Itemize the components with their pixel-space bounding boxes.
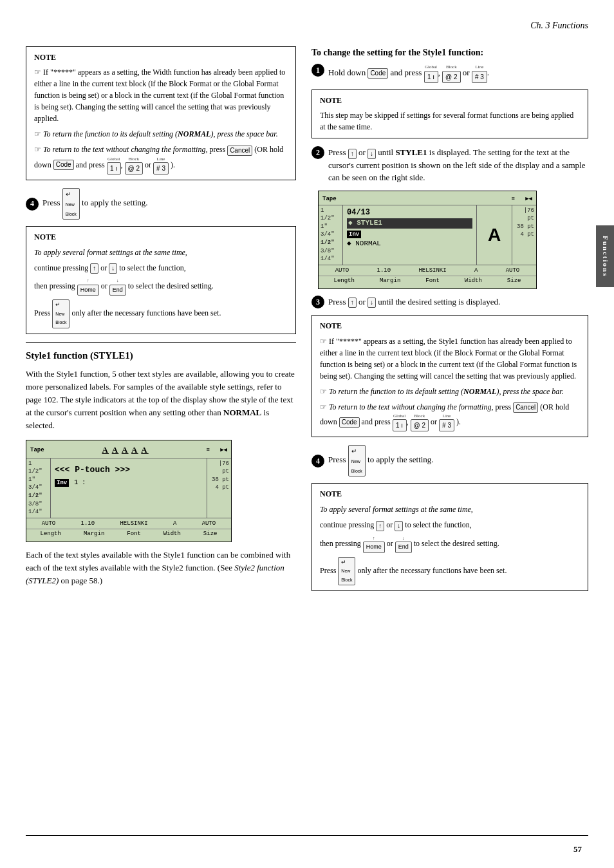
- lcd2-big-char-area: A: [476, 205, 512, 265]
- side-tab-text: Functions: [602, 236, 609, 277]
- right-step3-content: Press ↑ or ↓ until the desired setting i…: [328, 296, 588, 308]
- lcd1-inv-row: Inv 1 :: [55, 478, 203, 487]
- right-note1-content: This step may be skipped if settings for…: [320, 109, 580, 133]
- bottom-line: [26, 835, 588, 836]
- code-key-r1: Code: [367, 68, 388, 79]
- right-column: To change the setting for the Style1 fun…: [312, 46, 588, 599]
- lcd1-size: AUTO: [202, 520, 216, 528]
- note2-p2: continue pressing ↑ or ↓ to select the f…: [34, 262, 288, 274]
- tape-size-5: 3/8": [28, 500, 48, 509]
- col2-font: Font: [425, 277, 440, 285]
- col-font: Font: [127, 530, 141, 538]
- side-tab: Functions: [596, 225, 614, 287]
- tape2-size-6: 1/4": [321, 255, 340, 263]
- left-divider: [26, 342, 296, 343]
- cassette-icon1: ☞: [34, 68, 41, 77]
- dn-key-n3a: ↓: [395, 521, 403, 531]
- right-step1-num: 1: [312, 64, 324, 77]
- r-cassette-icon2: ☞: [320, 387, 327, 396]
- lcd-display1: Tape A A A A A ≡ ▶◀ 1 1/2" 1" 3/4" 1/2" …: [26, 440, 232, 542]
- end-key-r: ↓End: [395, 535, 412, 553]
- col2-length: Length: [333, 277, 354, 285]
- lcd2-date: 04/13: [347, 207, 472, 218]
- rn3-p3: then pressing ↑Home or ↓End to select th…: [320, 535, 580, 553]
- up-key-s2: ↑: [348, 149, 357, 159]
- lcd2-topbar: Tape ≡ ▶◀: [319, 194, 536, 205]
- cancel-key: Cancel: [227, 146, 252, 156]
- lcd2-rows: 1 1/2" 1" 3/4" 1/2" 3/8" 1/4" 04/13 ◆ ST…: [319, 205, 536, 265]
- size-76: |76 pt: [209, 460, 229, 476]
- style1-title-text: Style1 function (STYLE1): [26, 350, 133, 361]
- right-step4-row: 4 Press ↵NewBlock to apply the setting.: [312, 445, 588, 476]
- lcd1-length: AUTO: [42, 520, 56, 528]
- right-note2-b3: ☞ To return to the text without changing…: [320, 401, 580, 432]
- lcd1-style-chars: A A A A A: [102, 444, 148, 456]
- lcd1-inv-label: Inv: [55, 479, 69, 487]
- note1-bullet2: ☞ To return the function to its default …: [34, 128, 288, 140]
- lcd2-big-A: A: [488, 226, 501, 244]
- right-step1-content: Hold down Code and press Global1 ı, Bloc…: [328, 64, 588, 83]
- key2-stack: Block@ 2: [125, 156, 144, 175]
- size-4: 4 pt: [209, 484, 229, 492]
- tape2-size-5: 3/8": [321, 247, 340, 256]
- lcd1-font: HELSINKI: [120, 520, 147, 528]
- chapter-header: Ch. 3 Functions: [26, 19, 588, 35]
- left-note1-content: ☞ If "*****" appears as a setting, the W…: [34, 66, 288, 175]
- left-note1: NOTE ☞ If "*****" appears as a setting, …: [26, 46, 296, 181]
- lcd1-col-labels: Length Margin Font Width Size: [26, 529, 231, 539]
- page-number-text: 57: [573, 844, 582, 854]
- tape2-size-1: 1 1/2": [321, 207, 340, 223]
- size-38: 38 pt: [209, 476, 229, 484]
- rn3-p2: continue pressing ↑ or ↓ to select the f…: [320, 519, 580, 531]
- right-step4-num: 4: [312, 455, 324, 467]
- lcd1-right-icon: ≡ ▶◀: [207, 446, 227, 455]
- right-note2: NOTE ☞ If "*****" appears as a setting, …: [312, 315, 588, 438]
- lcd1-bottombar: AUTO 1.10 HELSINKI A AUTO: [26, 518, 231, 529]
- tape-size-2: 1": [28, 476, 48, 484]
- right-step2-content: Press ↑ or ↓ until STYLE1 is displayed. …: [328, 146, 588, 184]
- enter-key-n3r: ↵NewBlock: [338, 557, 355, 586]
- cassette-icon2: ☞: [34, 129, 41, 138]
- enter-key-n2: ↵NewBlock: [52, 299, 70, 328]
- right-step2-num: 2: [312, 146, 324, 159]
- cancel-key-r: Cancel: [513, 402, 538, 413]
- page-number: 57: [573, 844, 582, 855]
- dn-key-s3: ↓: [367, 297, 376, 308]
- col2-margin: Margin: [380, 277, 400, 285]
- lcd1-row2: 1 :: [74, 479, 86, 486]
- lcd1-main: <<< P-touch >>> Inv 1 :: [51, 458, 207, 518]
- left-note2: NOTE To apply several format settings at…: [26, 226, 296, 334]
- tape2-size-2: 1": [321, 223, 340, 231]
- left-note2-title: NOTE: [34, 232, 288, 243]
- dn-key-s2: ↓: [367, 149, 376, 159]
- style1-intro: With the Style1 function, 5 other text s…: [26, 368, 296, 433]
- up-key-s3: ↑: [348, 297, 357, 308]
- lcd2-size-76: |76 pt: [514, 207, 534, 223]
- chapter-title: Ch. 3 Functions: [530, 21, 588, 30]
- end-key: ↓End: [109, 278, 126, 296]
- cassette-icon3: ☞: [34, 145, 41, 154]
- lcd2-tape-label: Tape: [322, 195, 337, 203]
- lcd2-size: AUTO: [506, 267, 520, 275]
- right-note2-b1: ☞ If "*****" appears as a setting, the S…: [320, 335, 580, 382]
- lcd2-size-labels: |76 pt 38 pt 4 pt: [512, 205, 536, 265]
- dn-key-n2a: ↓: [109, 263, 117, 274]
- right-step2: 2 Press ↑ or ↓ until STYLE1 is displayed…: [312, 146, 588, 184]
- col-size: Size: [203, 530, 218, 538]
- up-key-n2a: ↑: [90, 263, 98, 274]
- enter-key-right: ↵NewBlock: [348, 445, 366, 476]
- r1-key1-stack: Global1 ı: [424, 64, 438, 83]
- col2-width: Width: [465, 277, 482, 285]
- left-note2-content: To apply several format settings at the …: [34, 247, 288, 328]
- enter-key-left: ↵NewBlock: [62, 188, 80, 220]
- lcd1-tape-sizes: 1 1/2" 1" 3/4" 1/2" 3/8" 1/4": [26, 458, 51, 518]
- style1-section-title: Style1 function (STYLE1): [26, 349, 296, 363]
- note2-p3: then pressing ↑Home or ↓End to select th…: [34, 278, 288, 296]
- lcd1-marquee: <<< P-touch >>>: [55, 464, 203, 476]
- right-note3-content: To apply several format settings at the …: [320, 504, 580, 585]
- right-note2-b2: ☞ To return the function to its default …: [320, 386, 580, 397]
- note1-bullet1: ☞ If "*****" appears as a setting, the W…: [34, 66, 288, 124]
- home-key: ↑Home: [77, 278, 99, 296]
- right-step4-content: Press ↵NewBlock to apply the setting.: [328, 445, 588, 476]
- lcd2-bottombar: AUTO 1.10 HELSINKI A AUTO: [319, 265, 536, 276]
